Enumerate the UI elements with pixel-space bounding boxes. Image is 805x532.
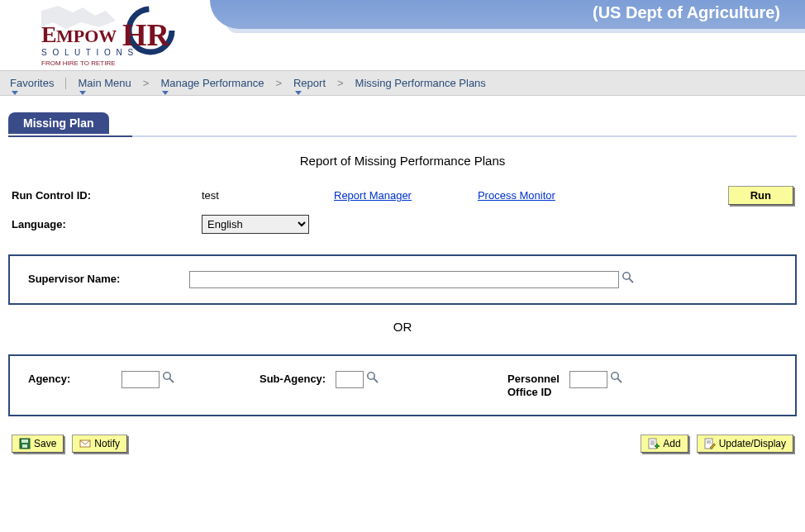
nav-report[interactable]: Report xyxy=(290,75,329,91)
nav-missing-plans[interactable]: Missing Performance Plans xyxy=(352,75,489,91)
svg-point-12 xyxy=(612,373,618,379)
agency-row: Agency: Sub-Agency: Personnel Office ID xyxy=(28,371,777,400)
svg-text:HR: HR xyxy=(122,17,170,52)
logo[interactable]: E MPOW HR S O L U T I O N S FROM HIRE TO… xyxy=(17,4,190,66)
add-button-label: Add xyxy=(663,438,680,449)
svg-text:MPOW: MPOW xyxy=(56,26,117,46)
personnel-label: Personnel Office ID xyxy=(507,371,560,400)
nav-main-menu-label: Main Menu xyxy=(78,77,131,89)
agency-group: Agency: xyxy=(28,371,260,388)
tab-strip: Missing Plan xyxy=(8,112,797,134)
nav-favorites-label: Favorites xyxy=(10,77,54,89)
chevron-down-icon xyxy=(12,91,18,95)
svg-point-10 xyxy=(368,373,374,379)
supervisor-input[interactable] xyxy=(189,271,619,288)
breadcrumb-separator: > xyxy=(143,77,150,89)
language-label: Language: xyxy=(12,218,202,230)
svg-text:FROM HIRE TO RETIRE: FROM HIRE TO RETIRE xyxy=(41,59,116,67)
nav-manage-performance[interactable]: Manage Performance xyxy=(157,75,267,91)
add-button[interactable]: Add xyxy=(641,435,688,453)
save-button-label: Save xyxy=(34,438,56,449)
save-button[interactable]: Save xyxy=(12,435,64,453)
run-button[interactable]: Run xyxy=(728,186,793,205)
lookup-icon[interactable] xyxy=(162,371,175,384)
lookup-icon[interactable] xyxy=(622,271,635,284)
logo-brand-text: E xyxy=(41,21,57,47)
svg-line-9 xyxy=(169,378,174,382)
tab-missing-plan[interactable]: Missing Plan xyxy=(8,112,109,134)
chevron-down-icon xyxy=(295,91,302,95)
notify-button-label: Notify xyxy=(94,438,120,449)
breadcrumb: Favorites Main Menu > Manage Performance… xyxy=(0,70,805,96)
personnel-input[interactable] xyxy=(569,371,607,388)
subagency-input[interactable] xyxy=(336,371,364,388)
run-control-value: test xyxy=(202,189,334,202)
svg-line-7 xyxy=(629,278,633,283)
supervisor-row: Supervisor Name: xyxy=(28,271,777,288)
breadcrumb-separator: > xyxy=(275,77,282,89)
page-title: Report of Missing Performance Plans xyxy=(8,154,797,168)
banner-bar: (US Dept of Agriculture) xyxy=(210,0,805,29)
save-icon xyxy=(19,438,31,449)
notify-button[interactable]: Notify xyxy=(72,435,127,453)
svg-point-8 xyxy=(164,373,170,379)
personnel-group: Personnel Office ID xyxy=(507,371,623,400)
add-icon xyxy=(648,438,660,449)
personnel-label-line2: Office ID xyxy=(507,386,551,398)
or-label: OR xyxy=(8,320,797,334)
supervisor-label: Supervisor Name: xyxy=(28,271,189,285)
agency-box: Agency: Sub-Agency: Personnel Office ID xyxy=(8,354,797,416)
nav-favorites[interactable]: Favorites xyxy=(7,75,57,91)
update-display-button-label: Update/Display xyxy=(719,438,786,449)
svg-point-6 xyxy=(623,273,630,279)
language-select[interactable]: English xyxy=(202,215,309,234)
action-bar: Save Notify Add Update/Display xyxy=(8,435,797,453)
svg-line-11 xyxy=(374,378,378,382)
process-monitor-link[interactable]: Process Monitor xyxy=(478,189,555,202)
nav-report-label: Report xyxy=(293,77,326,89)
nav-main-menu[interactable]: Main Menu xyxy=(74,75,134,91)
subagency-label: Sub-Agency: xyxy=(260,371,326,385)
svg-rect-16 xyxy=(22,444,27,448)
language-row: Language: English xyxy=(8,215,797,234)
report-manager-link[interactable]: Report Manager xyxy=(334,189,412,202)
tab-underline xyxy=(8,135,797,137)
nav-manage-performance-label: Manage Performance xyxy=(160,77,264,89)
agency-label: Agency: xyxy=(28,371,70,385)
agency-input[interactable] xyxy=(121,371,160,388)
svg-line-13 xyxy=(617,378,622,382)
lookup-icon[interactable] xyxy=(610,371,623,384)
lookup-icon[interactable] xyxy=(366,371,379,384)
supervisor-box: Supervisor Name: xyxy=(8,254,797,305)
update-icon xyxy=(704,438,716,449)
personnel-label-line1: Personnel xyxy=(507,373,560,385)
notify-icon xyxy=(79,438,91,449)
subagency-group: Sub-Agency: xyxy=(260,371,507,388)
breadcrumb-separator: > xyxy=(337,77,344,89)
main-content: Missing Plan Report of Missing Performan… xyxy=(0,96,805,461)
chevron-down-icon xyxy=(79,91,86,95)
run-control-label: Run Control ID: xyxy=(12,189,202,202)
org-title: (US Dept of Agriculture) xyxy=(593,3,780,22)
svg-text:S O L U T I O N S: S O L U T I O N S xyxy=(41,48,135,57)
header-banner: (US Dept of Agriculture) E MPOW HR S O L… xyxy=(0,0,805,70)
svg-rect-18 xyxy=(649,439,656,449)
chevron-down-icon xyxy=(162,91,169,95)
update-display-button[interactable]: Update/Display xyxy=(697,435,793,453)
run-control-row: Run Control ID: test Report Manager Proc… xyxy=(8,186,797,205)
svg-rect-15 xyxy=(21,439,28,443)
divider xyxy=(65,78,66,89)
